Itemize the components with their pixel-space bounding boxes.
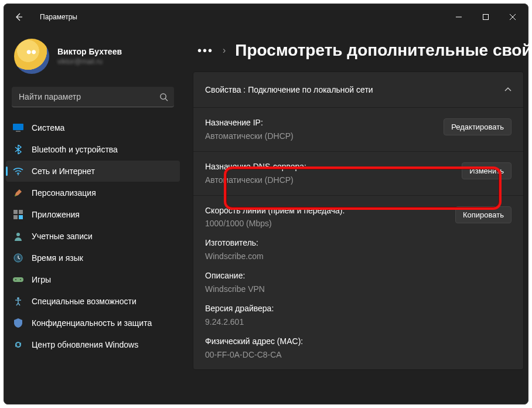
sidebar-item-update[interactable]: Центр обновления Windows: [6, 334, 180, 355]
accounts-icon: [13, 231, 23, 242]
sidebar-item-label: Время и язык: [32, 253, 83, 263]
accessibility-icon: [13, 296, 23, 307]
sidebar-item-accessibility[interactable]: Специальные возможности: [6, 291, 180, 312]
window-title: Параметры: [40, 13, 77, 21]
property-label: Назначение IP:: [205, 117, 436, 128]
property-value: Автоматически (DHCP): [205, 131, 436, 142]
property-label: Назначение DNS-сервера:: [205, 161, 455, 172]
sidebar-item-system[interactable]: Система: [6, 117, 180, 138]
property-value: Windscribe.com: [205, 251, 448, 262]
edit-dns-button[interactable]: Изменить: [462, 162, 511, 179]
property-value: 00-FF-0A-DC-C8-CA: [205, 349, 448, 361]
property-value: 1000/1000 (Mbps): [205, 218, 448, 229]
svg-point-14: [17, 297, 19, 300]
avatar: [14, 39, 49, 74]
svg-rect-11: [13, 277, 23, 282]
update-icon: [13, 339, 23, 350]
svg-rect-5: [13, 210, 18, 214]
sidebar-item-label: Персонализация: [32, 188, 96, 198]
edit-ip-button[interactable]: Редактировать: [444, 118, 511, 135]
breadcrumb: ••• › Просмотреть дополнительные свой: [182, 30, 528, 70]
sidebar-item-privacy[interactable]: Конфиденциальность и защита: [6, 312, 180, 334]
svg-point-4: [18, 174, 19, 175]
page-title: Просмотреть дополнительные свой: [235, 41, 528, 60]
user-email: viktor@mail.ru: [57, 57, 122, 66]
sidebar-item-label: Bluetooth и устройства: [32, 145, 118, 154]
property-label: Описание:: [205, 270, 448, 281]
sidebar-item-gaming[interactable]: Игры: [6, 269, 180, 290]
sidebar-item-apps[interactable]: Приложения: [6, 204, 180, 225]
chevron-right-icon: ›: [223, 45, 226, 56]
property-row-details: Скорость линии (прием и передача): 1000/…: [193, 195, 523, 370]
property-label: Версия драйвера:: [205, 303, 448, 314]
breadcrumb-more-icon[interactable]: •••: [197, 44, 213, 57]
property-row-dns: Назначение DNS-сервера: Автоматически (D…: [193, 151, 523, 195]
user-profile[interactable]: Виктор Бухтеев viktor@mail.ru: [4, 30, 182, 82]
property-label: Физический адрес (MAC):: [205, 336, 448, 347]
search-field[interactable]: [18, 91, 159, 102]
sidebar-item-accounts[interactable]: Учетные записи: [6, 226, 180, 247]
svg-point-1: [161, 93, 166, 98]
sidebar-item-time[interactable]: Время и язык: [6, 247, 180, 268]
svg-point-12: [15, 279, 16, 280]
apps-icon: [13, 209, 23, 220]
svg-rect-8: [19, 215, 23, 219]
sidebar-item-label: Игры: [32, 275, 51, 284]
privacy-icon: [13, 318, 23, 328]
sidebar-item-label: Центр обновления Windows: [32, 340, 138, 349]
bluetooth-icon: [13, 144, 23, 155]
properties-panel: Свойства : Подключение по локальной сети…: [193, 72, 524, 370]
chevron-up-icon: [504, 87, 511, 92]
property-value: Автоматически (DHCP): [205, 175, 455, 186]
sidebar-item-label: Система: [32, 123, 64, 132]
svg-point-13: [20, 279, 21, 280]
property-label: Скорость линии (прием и передача):: [205, 205, 448, 216]
user-name: Виктор Бухтеев: [57, 47, 122, 56]
minimize-button[interactable]: [445, 8, 472, 26]
sidebar-item-personalization[interactable]: Персонализация: [6, 182, 180, 203]
copy-button[interactable]: Копировать: [455, 206, 511, 223]
sidebar-item-label: Приложения: [32, 210, 80, 219]
maximize-button[interactable]: [472, 8, 499, 26]
sidebar-item-network[interactable]: Сеть и Интернет: [6, 161, 180, 182]
property-label: Изготовитель:: [205, 237, 448, 249]
system-icon: [13, 123, 23, 133]
property-value: 9.24.2.601: [205, 317, 448, 328]
close-button[interactable]: [499, 8, 526, 26]
svg-rect-0: [483, 15, 489, 20]
sidebar-item-label: Учетные записи: [32, 232, 93, 241]
sidebar-item-label: Конфиденциальность и защита: [32, 318, 152, 328]
gaming-icon: [13, 274, 23, 285]
panel-header[interactable]: Свойства : Подключение по локальной сети: [193, 72, 523, 107]
back-button[interactable]: [8, 6, 29, 28]
panel-title: Свойства : Подключение по локальной сети: [205, 85, 373, 94]
search-icon: [159, 93, 168, 101]
search-input[interactable]: [12, 87, 174, 107]
personalization-icon: [13, 188, 23, 198]
time-icon: [13, 253, 23, 263]
svg-rect-7: [13, 215, 18, 219]
sidebar-item-label: Специальные возможности: [32, 297, 137, 306]
svg-point-9: [16, 233, 20, 236]
sidebar-item-label: Сеть и Интернет: [32, 166, 95, 176]
svg-rect-3: [16, 131, 21, 132]
network-icon: [13, 166, 23, 176]
property-value: Windscribe VPN: [205, 284, 448, 295]
svg-rect-2: [13, 124, 23, 130]
property-row-ip: Назначение IP: Автоматически (DHCP) Реда…: [193, 108, 523, 151]
sidebar-item-bluetooth[interactable]: Bluetooth и устройства: [6, 139, 180, 160]
svg-rect-6: [19, 210, 23, 214]
